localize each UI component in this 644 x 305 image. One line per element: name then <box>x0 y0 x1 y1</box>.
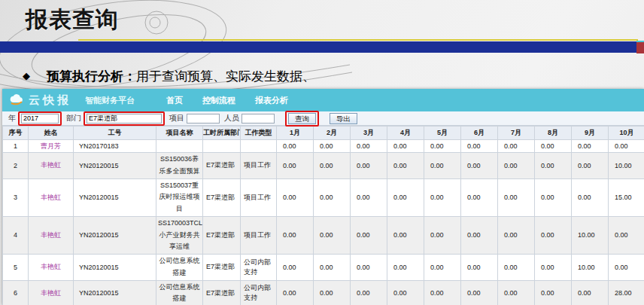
page-title: 报表查询 <box>26 5 119 35</box>
table-row: 4丰艳虹YN20120015SS170003TCL小产业财务共享运维E7渠道部项… <box>3 216 644 254</box>
employee-name-link[interactable]: 曹月芳 <box>29 140 74 153</box>
cell-month-1: 0.00 <box>277 178 314 216</box>
cell-month-1: 0.00 <box>277 255 314 281</box>
cell-project-name <box>156 140 203 153</box>
cell-month-5: 0.00 <box>424 153 461 179</box>
cell-month-2: 0.00 <box>314 255 351 281</box>
cell-project-name: 公司信息系统搭建 <box>156 280 203 305</box>
cell-row-number: 4 <box>3 216 29 254</box>
person-input[interactable] <box>242 114 275 124</box>
bullet-heading: 预算执行分析： <box>47 69 136 84</box>
cell-month-8: 0.00 <box>535 216 572 254</box>
cell-month-7: 0.00 <box>498 216 535 254</box>
year-label: 年 <box>8 113 16 124</box>
employee-name-link[interactable]: 丰艳虹 <box>29 280 74 305</box>
cell-month-3: 0.00 <box>351 216 387 254</box>
bullet-text: 用于查询预算、实际发生数据、 <box>136 69 315 84</box>
cell-month-6: 0.00 <box>461 255 498 281</box>
cell-month-1: 0.00 <box>277 280 314 305</box>
column-header-13: 7月 <box>498 127 535 140</box>
cell-employee-id: YN20120015 <box>74 216 156 254</box>
cell-month-9: 10.00 <box>572 216 609 254</box>
employee-name-link[interactable]: 丰艳虹 <box>29 153 74 179</box>
cell-row-number: 3 <box>3 178 29 216</box>
cell-month-10: 10.00 <box>609 153 644 179</box>
column-header-2: 姓名 <box>29 127 74 140</box>
table-row: 2丰艳虹YN20120015SS150036养乐多全面预算E7渠道部项目工作0.… <box>3 153 644 179</box>
cell-month-9: 0.00 <box>572 140 609 153</box>
accent-cap-red <box>636 41 644 53</box>
cell-department: E7渠道部 <box>203 216 241 254</box>
cell-employee-id: YN20120015 <box>74 178 156 216</box>
column-header-4: 项目名称 <box>156 127 203 140</box>
annotation-box-query: 查询 <box>285 111 319 127</box>
person-label: 人员 <box>224 113 239 124</box>
cell-month-7: 0.00 <box>498 280 535 305</box>
accent-band-blue <box>0 41 636 53</box>
cell-department: E7渠道部 <box>203 153 241 179</box>
employee-name-link[interactable]: 丰艳虹 <box>29 255 74 281</box>
cell-project-name: SS170003TCL小产业财务共享运维 <box>156 216 203 254</box>
cell-work-type: 公司内部支持 <box>241 255 277 281</box>
cell-month-8: 0.00 <box>535 140 572 153</box>
cell-employee-id: YN20120015 <box>74 280 156 305</box>
cell-month-4: 0.00 <box>387 178 424 216</box>
cell-month-7: 0.00 <box>498 153 535 179</box>
nav-item-2[interactable]: 控制流程 <box>202 95 235 106</box>
table-row: 6丰艳虹YN20120015公司信息系统搭建E7渠道部公司内部支持0.000.0… <box>3 280 644 305</box>
cell-month-2: 0.00 <box>314 178 351 216</box>
cell-month-6: 0.00 <box>461 280 498 305</box>
cell-month-6: 0.00 <box>461 216 498 254</box>
employee-name-link[interactable]: 丰艳虹 <box>29 178 74 216</box>
report-table: 序号姓名工号项目名称工时所属部门工作类型1月2月3月4月5月6月7月8月9月10… <box>2 126 644 305</box>
cell-month-2: 0.00 <box>314 280 351 305</box>
department-label: 部门 <box>66 113 81 124</box>
cell-month-3: 0.00 <box>351 280 387 305</box>
cell-row-number: 6 <box>3 280 29 305</box>
app-logo[interactable]: 云快报 <box>8 93 71 108</box>
cell-month-9: 0.00 <box>572 280 609 305</box>
cell-month-10: 28.00 <box>609 280 644 305</box>
cell-month-8: 0.00 <box>535 178 572 216</box>
cell-project-name: SS150037重庆时报运维项目 <box>156 178 203 216</box>
bullet-row: ◆预算执行分析：用于查询预算、实际发生数据、 <box>23 68 624 85</box>
table-row: 5丰艳虹YN20120015公司信息系统搭建E7渠道部公司内部支持0.000.0… <box>3 255 644 281</box>
cell-project-name: SS150036养乐多全面预算 <box>156 153 203 179</box>
query-button[interactable]: 查询 <box>288 113 316 124</box>
cell-work-type <box>241 140 277 153</box>
cell-employee-id: YN20120015 <box>74 255 156 281</box>
column-header-12: 6月 <box>461 127 498 140</box>
project-input[interactable] <box>187 114 220 124</box>
year-input[interactable] <box>21 114 59 124</box>
table-header-row: 序号姓名工号项目名称工时所属部门工作类型1月2月3月4月5月6月7月8月9月10… <box>3 127 644 140</box>
cell-month-10: 15.00 <box>609 178 644 216</box>
department-input[interactable] <box>87 114 162 124</box>
cell-month-10: 0.00 <box>609 216 644 254</box>
cell-month-6: 0.00 <box>461 178 498 216</box>
cell-month-4: 0.00 <box>387 140 424 153</box>
logo-text: 云快报 <box>29 93 71 108</box>
cell-month-4: 0.00 <box>387 255 424 281</box>
employee-name-link[interactable]: 丰艳虹 <box>29 216 74 254</box>
table-row: 1曹月芳YN201701830.000.000.000.000.000.000.… <box>3 140 644 153</box>
cell-month-5: 0.00 <box>424 280 461 305</box>
filter-bar: 年 部门 项目 人员 查询 导出 <box>2 111 644 126</box>
nav-item-3[interactable]: 报表分析 <box>255 95 288 106</box>
cell-month-6: 0.00 <box>461 153 498 179</box>
annotation-box-year <box>18 111 62 126</box>
cell-month-3: 0.00 <box>351 178 387 216</box>
cell-work-type: 项目工作 <box>241 153 277 179</box>
column-header-7: 1月 <box>277 127 314 140</box>
cell-month-4: 0.00 <box>387 153 424 179</box>
cell-row-number: 2 <box>3 153 29 179</box>
cell-month-9: 10.00 <box>572 255 609 281</box>
table-row: 3丰艳虹YN20120015SS150037重庆时报运维项目E7渠道部项目工作0… <box>3 178 644 216</box>
nav-item-1[interactable]: 首页 <box>166 95 183 106</box>
column-header-1: 序号 <box>3 127 29 140</box>
cell-month-7: 0.00 <box>498 255 535 281</box>
cell-department: E7渠道部 <box>203 255 241 281</box>
export-button[interactable]: 导出 <box>330 113 357 124</box>
cell-month-8: 0.00 <box>535 153 572 179</box>
cell-month-8: 0.00 <box>535 255 572 281</box>
project-label: 项目 <box>169 113 184 124</box>
